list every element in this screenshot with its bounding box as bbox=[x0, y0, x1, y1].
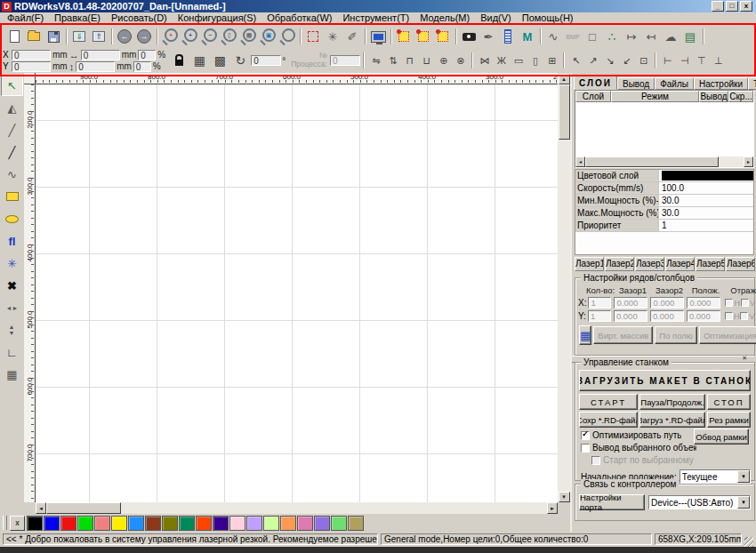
design-canvas[interactable] bbox=[36, 84, 558, 502]
tab-layers[interactable]: СЛОИ bbox=[574, 76, 617, 90]
same-width-icon[interactable]: ⊓ bbox=[402, 51, 418, 70]
array-x-field[interactable]: 0.000 bbox=[687, 297, 720, 309]
height-percent-field[interactable]: 0 bbox=[133, 61, 151, 72]
chevron-down-icon[interactable]: ▼ bbox=[737, 496, 750, 509]
resize-grip[interactable] bbox=[744, 537, 753, 547]
menu-item[interactable]: Рисовать(D) bbox=[106, 12, 173, 24]
align-top-icon[interactable]: ⊤ bbox=[694, 51, 710, 70]
menu-item[interactable]: Вид(V) bbox=[475, 12, 517, 24]
property-value[interactable]: 100.0 bbox=[659, 182, 753, 194]
zoom-all-icon[interactable]: ▦ bbox=[238, 26, 258, 47]
frame-outline-button[interactable]: Обвод рамки bbox=[694, 429, 749, 445]
zoom-view-icon[interactable] bbox=[277, 26, 297, 47]
anchor-grid-icon[interactable]: ▦ bbox=[189, 51, 209, 70]
layer-color-swatch[interactable] bbox=[662, 171, 753, 180]
align-bottom-right-icon[interactable]: ↘ bbox=[602, 51, 618, 70]
save-file-icon[interactable] bbox=[44, 26, 63, 47]
palette-color-swatch[interactable] bbox=[297, 516, 313, 531]
horizontal-scroll-thumb[interactable] bbox=[46, 502, 121, 514]
export-image-icon[interactable]: ⇑ bbox=[89, 26, 109, 47]
settings-doc-icon[interactable]: ▤ bbox=[680, 26, 700, 47]
tab-output[interactable]: Вывод bbox=[617, 77, 655, 90]
array-tool[interactable]: ▦ bbox=[1, 364, 23, 385]
node-edit-tool[interactable]: ◭ bbox=[1, 97, 23, 118]
vertical-scroll-thumb[interactable] bbox=[559, 84, 570, 140]
array-x-field[interactable]: 0.000 bbox=[614, 297, 647, 309]
mirror-h-tool[interactable]: ◄► bbox=[1, 297, 23, 318]
pause-button[interactable]: Пауза/Продолж. bbox=[639, 394, 705, 410]
align-top-left-icon[interactable]: ↖ bbox=[568, 51, 584, 70]
virtual-array-button[interactable]: Вирт. массив bbox=[593, 326, 653, 344]
align-bottom-left-icon[interactable]: ↙ bbox=[619, 51, 635, 70]
property-value[interactable]: 30.0 bbox=[659, 195, 753, 206]
polyline-tool[interactable]: ╱ bbox=[1, 141, 23, 163]
scroll-right-icon[interactable]: ► bbox=[547, 502, 558, 514]
array-output-icon[interactable] bbox=[394, 26, 414, 47]
zoom-out-icon[interactable]: − bbox=[199, 26, 219, 47]
camera-icon[interactable] bbox=[459, 26, 479, 47]
align-left-icon[interactable]: ⊢ bbox=[660, 51, 676, 70]
align-top-right-icon[interactable]: ↗ bbox=[585, 51, 601, 70]
brush-icon[interactable]: ✐ bbox=[342, 26, 362, 47]
palette-color-swatch[interactable] bbox=[77, 516, 93, 531]
device-select[interactable]: Device---(USB:Авто) ▼ bbox=[648, 495, 751, 509]
curve-icon[interactable]: ∿ bbox=[543, 26, 563, 47]
origin-position-select[interactable]: Текущее ▼ bbox=[680, 469, 751, 484]
property-value[interactable]: 30.0 bbox=[659, 207, 753, 219]
rotate-icon[interactable]: ↻ bbox=[230, 51, 250, 70]
menu-item[interactable]: Конфигурация(S) bbox=[173, 12, 261, 24]
cloud-icon[interactable]: ☁ bbox=[661, 26, 680, 47]
space-v-icon[interactable]: ▯ bbox=[527, 51, 543, 70]
close-button[interactable]: x bbox=[740, 1, 752, 12]
stop-button[interactable]: СТОП bbox=[707, 394, 751, 410]
y-position-field[interactable]: 0 bbox=[12, 61, 51, 72]
layer-scroll-thumb[interactable] bbox=[585, 156, 719, 167]
palette-color-swatch[interactable] bbox=[145, 516, 161, 531]
optimization-button[interactable]: Оптимизация bbox=[699, 326, 756, 344]
layer-table-body[interactable] bbox=[575, 102, 753, 156]
menu-item[interactable]: Правка(E) bbox=[49, 12, 106, 24]
same-height-icon[interactable]: ⊔ bbox=[419, 51, 435, 70]
process-number-field[interactable]: 0 bbox=[330, 55, 360, 66]
preview-monitor-icon[interactable] bbox=[368, 26, 388, 47]
material-lib-icon[interactable]: M bbox=[518, 26, 537, 47]
array-y-field[interactable]: 0.000 bbox=[650, 310, 684, 322]
laser-tab[interactable]: Лазер4 bbox=[665, 257, 695, 271]
align-bottom-icon[interactable]: ⊥ bbox=[711, 51, 727, 70]
text-tool[interactable]: fI bbox=[1, 230, 23, 252]
load-rd-button[interactable]: Загруз *.RD-файл bbox=[639, 412, 705, 428]
cut-frame-button[interactable]: Рез рамки bbox=[707, 412, 751, 428]
rotate-angle-field[interactable]: 0 bbox=[251, 55, 281, 66]
tab-test[interactable]: Тест bbox=[748, 77, 756, 90]
point-tool[interactable]: ✳ bbox=[1, 252, 23, 274]
palette-color-swatch[interactable] bbox=[128, 516, 144, 531]
mirror-x-icon[interactable]: ⇋ bbox=[368, 51, 384, 70]
mirror-v-checkbox[interactable] bbox=[741, 299, 749, 307]
delete-tool[interactable]: ✖ bbox=[1, 275, 23, 296]
scroll-right-icon[interactable]: ► bbox=[744, 156, 753, 167]
array-x-field[interactable]: 0.000 bbox=[650, 297, 684, 309]
menu-item[interactable]: Модель(M) bbox=[414, 12, 475, 24]
palette-color-swatch[interactable] bbox=[246, 516, 262, 531]
palette-color-swatch[interactable] bbox=[229, 516, 245, 531]
port-settings-button[interactable]: Настройки порта bbox=[579, 494, 645, 510]
no-color-swatch[interactable]: x bbox=[10, 516, 25, 531]
rect-outline-icon[interactable]: □ bbox=[583, 26, 602, 47]
output-selected-checkbox[interactable] bbox=[581, 444, 590, 453]
zoom-origin-icon[interactable]: + bbox=[160, 26, 180, 47]
start-button[interactable]: СТАРТ bbox=[579, 394, 638, 410]
palette-color-swatch[interactable] bbox=[280, 516, 296, 531]
menu-item[interactable]: Инструмент(T) bbox=[337, 12, 414, 24]
bmp-icon[interactable]: BMP bbox=[563, 26, 583, 47]
center-v-icon[interactable]: Ж bbox=[494, 51, 510, 70]
mirror-h-checkbox[interactable] bbox=[725, 312, 733, 320]
palette-color-swatch[interactable] bbox=[213, 516, 229, 531]
palette-color-swatch[interactable] bbox=[27, 516, 43, 531]
scroll-left-icon[interactable]: ◄ bbox=[575, 156, 585, 167]
next-view-icon[interactable]: → bbox=[134, 26, 154, 47]
lock-ratio-button[interactable] bbox=[169, 51, 189, 70]
array-y-field[interactable]: 0.000 bbox=[614, 310, 647, 322]
palette-color-swatch[interactable] bbox=[60, 516, 76, 531]
optimize-path-checkbox[interactable]: ✓ bbox=[581, 431, 590, 440]
fill-field-button[interactable]: По полю bbox=[655, 326, 697, 344]
